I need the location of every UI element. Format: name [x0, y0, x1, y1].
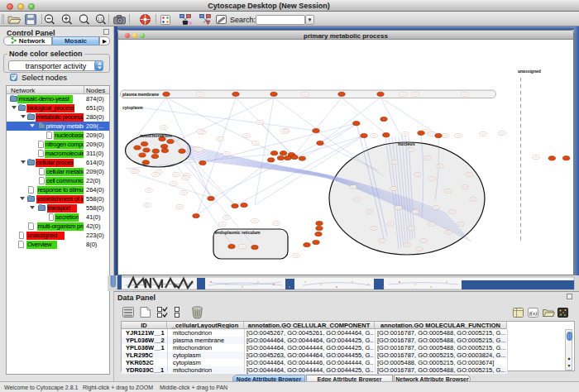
svg-text:endoplasmic reticulum: endoplasmic reticulum — [215, 230, 261, 235]
svg-text:mitochondrion: mitochondrion — [140, 133, 172, 138]
svg-text:cytoplasm: cytoplasm — [122, 105, 143, 110]
svg-text:unassigned: unassigned — [518, 69, 541, 74]
svg-text:1:1: 1:1 — [98, 17, 103, 22]
svg-text:nucleus: nucleus — [398, 141, 415, 146]
svg-text:f(x): f(x) — [529, 310, 538, 317]
svg-text:plasma membrane: plasma membrane — [122, 92, 159, 97]
